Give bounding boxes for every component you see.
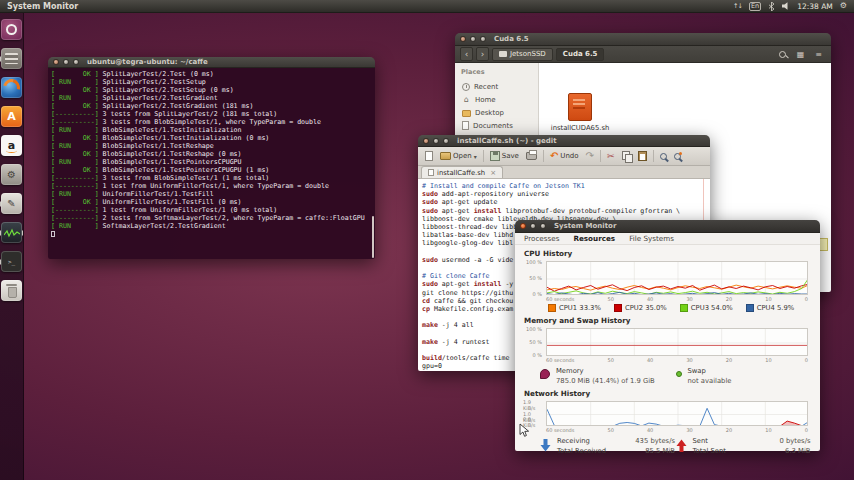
sent-value: 0 bytes/s (759, 437, 811, 445)
tab-resources[interactable]: Resources (573, 234, 615, 243)
place-label: Home (475, 96, 496, 104)
keyboard-indicator[interactable]: En (749, 2, 761, 11)
menu-button[interactable]: ≡ (811, 48, 826, 61)
system-monitor-titlebar[interactable]: System Monitor (515, 220, 820, 233)
replace-button[interactable] (672, 149, 683, 163)
new-document-button[interactable] (423, 149, 435, 163)
clock[interactable]: 12:38 AM (797, 2, 833, 11)
gedit-title: installCaffe.sh (~) - gedit (457, 137, 557, 145)
maximize-button[interactable] (443, 138, 449, 144)
undo-icon: ↶ (550, 151, 558, 161)
copy-icon (622, 151, 631, 161)
launcher-item-software-center[interactable]: A (0, 102, 23, 131)
launcher-item-amazon[interactable]: a (0, 131, 23, 160)
code-line: sudo apt-get install libprotobuf-dev pro… (422, 207, 710, 215)
back-button[interactable]: ‹ (460, 47, 473, 61)
place-desktop[interactable]: Desktop (455, 106, 538, 119)
close-button[interactable] (423, 138, 429, 144)
terminal-line: [----------] 3 tests from SplitLayerTest… (51, 110, 372, 118)
place-home[interactable]: ⌂Home (455, 93, 538, 106)
open-dropdown-icon[interactable]: ▾ (474, 153, 477, 160)
grid-view-button[interactable]: ▦ (793, 48, 808, 61)
home-icon: ⌂ (462, 95, 471, 104)
terminal-line: [----------] 2 tests from SoftmaxLayerTe… (51, 214, 372, 222)
forward-button[interactable]: › (476, 47, 489, 61)
sent-legend-item: Sent 0 bytes/s Total Sent 6.3 MiB (676, 437, 812, 455)
gedit-toolbar: Open ▾ Save ↶ Undo ↷ ✂ (418, 147, 710, 166)
launcher-item-firefox[interactable] (0, 73, 23, 102)
terminal-scrollbar[interactable] (372, 216, 374, 258)
minimize-button[interactable] (63, 59, 69, 65)
volume-icon[interactable] (782, 2, 790, 10)
document-icon (462, 121, 469, 130)
minimize-button[interactable] (470, 36, 476, 42)
place-recent[interactable]: Recent (455, 80, 538, 93)
cut-button[interactable]: ✂ (605, 149, 617, 163)
gedit-titlebar[interactable]: installCaffe.sh (~) - gedit (418, 135, 710, 147)
x-axis-label: 10 (765, 357, 771, 363)
minimize-button[interactable] (530, 223, 536, 229)
save-icon (490, 151, 500, 161)
y-axis-label: 0 % (532, 352, 542, 358)
x-axis-label: 0 (805, 296, 808, 302)
launcher-item-system-settings[interactable]: ⚙ (0, 160, 23, 189)
paste-button[interactable] (636, 149, 649, 163)
tab-close-icon[interactable]: × (490, 169, 496, 177)
save-button[interactable]: Save (488, 149, 521, 163)
sent-label: Sent (693, 437, 759, 445)
close-button[interactable] (460, 36, 466, 42)
launcher-item-files[interactable] (0, 44, 23, 73)
tab-file-systems[interactable]: File Systems (629, 234, 674, 243)
total-sent-value: 6.3 MiB (759, 447, 811, 455)
x-axis-label: 60 seconds (546, 357, 574, 363)
tab-processes[interactable]: Processes (524, 234, 559, 243)
breadcrumb-jetsonssd[interactable]: JetsonSSD (492, 48, 553, 61)
tab-installcaffe[interactable]: installCaffe.sh × (421, 166, 503, 178)
close-button[interactable] (53, 59, 59, 65)
close-button[interactable] (520, 223, 526, 229)
breadcrumb-cuda65[interactable]: Cuda 6.5 (556, 48, 605, 61)
code-line: # Install and compile Caffe on Jetson TK… (422, 182, 710, 190)
maximize-button[interactable] (480, 36, 486, 42)
x-axis-label: 30 (686, 357, 692, 363)
terminal-line: [----------] 1 test from UniformFillerTe… (51, 206, 372, 214)
open-button[interactable]: Open ▾ (438, 149, 479, 163)
session-gear-icon[interactable]: ⚙ (840, 2, 847, 10)
files-icon (1, 48, 22, 69)
y-axis-label: 50 % (529, 275, 542, 281)
resources-panel: CPU History 100 %50 %0 % 60 seconds50403… (515, 245, 820, 451)
memory-value: 785.0 MiB (41.4%) of 1.9 GiB (556, 377, 655, 385)
appmenu-title[interactable]: System Monitor (7, 2, 78, 11)
maximize-button[interactable] (73, 59, 79, 65)
place-documents[interactable]: Documents (455, 119, 538, 132)
launcher-item-ubuntu-dash[interactable] (0, 15, 23, 44)
redo-button[interactable]: ↷ (584, 149, 596, 163)
print-button[interactable] (524, 149, 539, 163)
new-document-icon (425, 151, 433, 161)
launcher-item-gedit[interactable]: ✎ (0, 189, 23, 218)
minimize-button[interactable] (433, 138, 439, 144)
bluetooth-icon[interactable] (768, 2, 775, 11)
files-titlebar[interactable]: Cuda 6.5 (455, 33, 831, 46)
launcher-item-trash[interactable] (0, 276, 23, 305)
undo-button[interactable]: ↶ Undo (548, 149, 581, 163)
terminal-output[interactable]: [ OK ] SplitLayerTest/2.Test (0 ms)[ RUN… (48, 68, 375, 259)
launcher-item-terminal[interactable]: >_ (0, 247, 23, 276)
place-label: Documents (473, 122, 513, 130)
find-button[interactable] (658, 149, 669, 163)
cpu-legend-item: CPU1 33.3% (548, 304, 601, 312)
memory-legend-item: Memory 785.0 MiB (41.4%) of 1.9 GiB (540, 367, 676, 385)
network-legend: Receiving 435 bytes/s Total Received 85.… (540, 437, 811, 455)
launcher-item-system-monitor[interactable] (0, 218, 23, 247)
replace-icon (674, 153, 681, 160)
memory-label: Memory (556, 367, 655, 375)
swap-label: Swap (688, 367, 732, 375)
search-button[interactable] (775, 48, 790, 61)
drive-icon (499, 51, 507, 57)
file-installcuda65[interactable]: installCUDA65.sh (547, 93, 613, 132)
network-indicator-icon[interactable]: ↑↓ (733, 2, 742, 10)
terminal-titlebar[interactable]: ubuntu@tegra-ubuntu: ~/caffe (48, 57, 375, 68)
receiving-label: Receiving (557, 437, 623, 445)
copy-button[interactable] (620, 149, 633, 163)
maximize-button[interactable] (540, 223, 546, 229)
